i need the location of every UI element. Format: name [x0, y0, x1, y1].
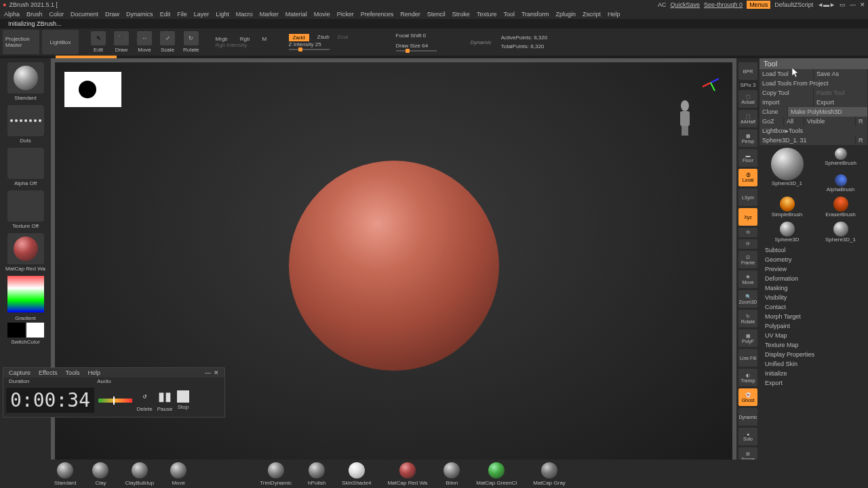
spix-label[interactable]: SPix 3 — [740, 82, 755, 88]
menu-edit[interactable]: Edit — [160, 11, 171, 18]
section-initialize[interactable]: Initialize — [760, 369, 868, 378]
tool-sphere3d[interactable]: Sphere3D — [761, 220, 813, 244]
make-polymesh-button[interactable]: Make PolyMesh3D — [788, 107, 868, 117]
zcut-button[interactable]: Zcut — [338, 34, 349, 41]
alpha-preview-left[interactable]: Alpha Off — [3, 146, 49, 188]
bpr-button[interactable]: BPR — [738, 62, 757, 80]
move-button[interactable]: ↔Move — [134, 30, 155, 54]
menu-material[interactable]: Material — [285, 11, 307, 18]
default-script[interactable]: DefaultZScript — [774, 1, 813, 8]
stroke-preview[interactable]: Dots — [3, 104, 49, 145]
zsub-button[interactable]: Zsub — [317, 34, 330, 41]
section-export[interactable]: Export — [760, 378, 868, 388]
menu-stroke[interactable]: Stroke — [452, 11, 470, 18]
rec-effects[interactable]: Effects — [39, 369, 57, 376]
brush-move[interactable]: Move — [170, 462, 186, 486]
brush-hpolish[interactable]: hPolish — [308, 462, 326, 486]
menu-help[interactable]: Help — [608, 11, 620, 18]
menu-stencil[interactable]: Stencil — [427, 11, 446, 18]
tool-simplebrush[interactable]: SimpleBrush — [761, 195, 813, 219]
tool-sphere3d1b[interactable]: Sphere3D_1 — [814, 220, 867, 244]
gradient-label[interactable]: Gradient — [15, 315, 36, 321]
tool-alphabrush[interactable]: AlphaBrush — [814, 167, 867, 194]
rec-delete-button[interactable]: ↺Delete — [136, 388, 153, 412]
window-close-icon[interactable]: ✕ — [860, 1, 865, 8]
nav-icons[interactable]: ◄▬► — [817, 1, 835, 8]
menu-macro[interactable]: Macro — [236, 11, 253, 18]
menu-render[interactable]: Render — [400, 11, 420, 18]
rotate-button[interactable]: ↻Rotate — [180, 30, 202, 54]
menu-zplugin[interactable]: Zplugin — [556, 11, 576, 18]
menu-draw[interactable]: Draw — [105, 11, 119, 18]
section-masking[interactable]: Masking — [760, 283, 868, 293]
section-contact[interactable]: Contact — [760, 302, 868, 312]
menu-texture[interactable]: Texture — [477, 11, 497, 18]
menu-alpha[interactable]: Alpha — [4, 11, 20, 18]
collapse-icon[interactable]: ▭ — [840, 1, 846, 8]
lsym-button[interactable]: LSym — [738, 188, 757, 206]
z-intensity-slider[interactable]: Z Intensity 25 — [289, 41, 321, 47]
load-tool-button[interactable]: Load Tool — [760, 69, 814, 79]
switch-color[interactable]: SwitchColor — [11, 339, 40, 345]
close-icon[interactable]: ● — [3, 1, 6, 8]
local-button[interactable]: ⦿Local — [738, 169, 757, 186]
goz-r-button[interactable]: R — [856, 117, 868, 126]
rot-z-button[interactable]: ⟳ — [738, 239, 757, 249]
section-display[interactable]: Display Properties — [760, 350, 868, 359]
zadd-button[interactable]: Zadd — [289, 34, 309, 41]
menu-movie[interactable]: Movie — [314, 11, 330, 18]
floor-button[interactable]: ▬Floor — [738, 149, 757, 167]
draw-size-slider[interactable]: Draw Size 64 — [396, 43, 429, 49]
rec-help[interactable]: Help — [87, 369, 100, 376]
polyf-button[interactable]: ▦PolyF — [738, 329, 757, 347]
m-button[interactable]: M — [262, 36, 267, 42]
section-uvmap[interactable]: UV Map — [760, 331, 868, 340]
menus-button[interactable]: Menus — [747, 1, 770, 9]
menu-dynamics[interactable]: Dynamics — [126, 11, 153, 18]
export-button[interactable]: Export — [814, 98, 868, 107]
load-from-project-button[interactable]: Load Tools From Project — [760, 79, 868, 88]
rec-pause-button[interactable]: ▮▮Pause — [157, 388, 173, 412]
dynamic-view-button[interactable]: Dynamic — [738, 408, 757, 426]
rec-capture[interactable]: Capture — [9, 369, 31, 376]
color-picker[interactable] — [3, 274, 49, 314]
menu-file[interactable]: File — [177, 11, 187, 18]
goz-visible-button[interactable]: Visible — [804, 117, 856, 126]
section-unified[interactable]: Unified Skin — [760, 359, 868, 369]
menu-zscript[interactable]: Zscript — [583, 11, 601, 18]
mat-skinshade[interactable]: SkinShade4 — [342, 462, 371, 486]
menu-preferences[interactable]: Preferences — [361, 11, 394, 18]
section-deformation[interactable]: Deformation — [760, 274, 868, 283]
mat-blinn[interactable]: Blinn — [443, 462, 460, 486]
rgb-button[interactable]: Rgb — [240, 36, 250, 42]
section-morph[interactable]: Morph Target — [760, 312, 868, 321]
seethrough-slider[interactable]: See-through 0 — [704, 1, 743, 8]
tool-panel-header[interactable]: Tool — [760, 58, 868, 69]
lightbox-tools-button[interactable]: Lightbox▸Tools — [760, 126, 868, 136]
section-geometry[interactable]: Geometry — [760, 255, 868, 264]
xyz-button[interactable]: Xyz — [738, 208, 757, 226]
texture-preview[interactable]: Texture Off — [3, 189, 49, 230]
save-as-button[interactable]: Save As — [814, 69, 868, 79]
menu-tool[interactable]: Tool — [503, 11, 515, 18]
goz-button[interactable]: GoZ — [760, 117, 784, 126]
ghost-button[interactable]: 👻Ghost — [738, 388, 757, 406]
copy-tool-button[interactable]: Copy Tool — [760, 88, 814, 98]
projection-master-button[interactable]: Projection Master — [3, 30, 39, 54]
mrgb-button[interactable]: Mrgb — [216, 36, 228, 42]
rec-minimize-icon[interactable]: — — [205, 369, 211, 376]
camera-mannequin[interactable] — [671, 96, 698, 140]
color-black[interactable] — [7, 323, 25, 338]
focal-shift-slider[interactable]: Focal Shift 0 — [396, 33, 426, 39]
sphere-mesh[interactable] — [289, 161, 499, 371]
edit-button[interactable]: ✎Edit — [88, 30, 108, 54]
section-preview[interactable]: Preview — [760, 264, 868, 274]
dynamic-toggle[interactable]: Dynamic — [471, 39, 492, 45]
r2-button[interactable]: R — [856, 136, 868, 145]
menu-light[interactable]: Light — [216, 11, 229, 18]
material-preview[interactable]: MatCap Red Wa — [3, 232, 49, 273]
mat-gray[interactable]: MatCap Gray — [533, 462, 566, 486]
lightbox-button[interactable]: LightBox — [42, 30, 79, 54]
color-white[interactable] — [26, 323, 44, 338]
draw-size-track[interactable] — [396, 50, 437, 52]
